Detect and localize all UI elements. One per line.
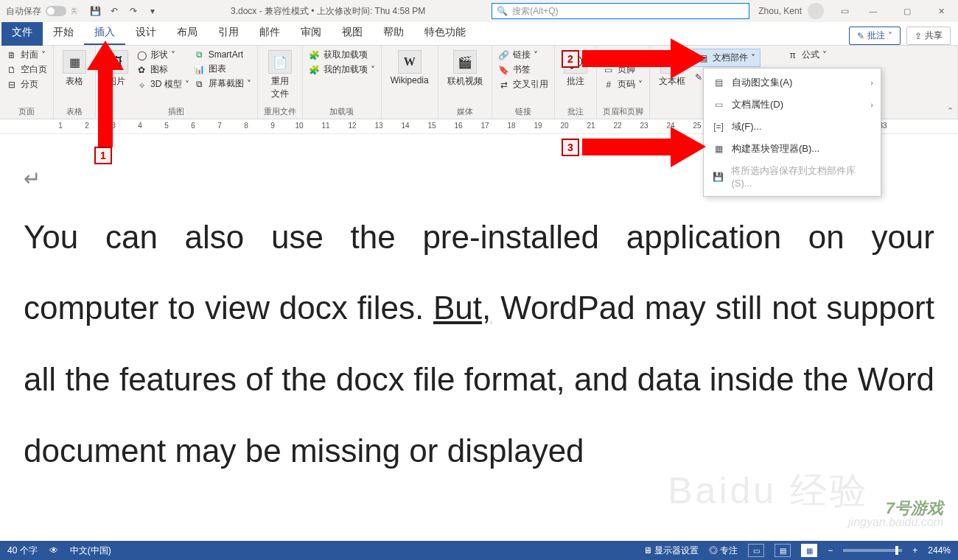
table-icon: ▦ (63, 50, 86, 74)
spellcheck-icon[interactable]: 👁 (49, 545, 58, 556)
user-account[interactable]: Zhou, Kent (749, 3, 833, 19)
wikipedia-icon: W (398, 50, 422, 74)
word-count[interactable]: 40 个字 (7, 545, 38, 557)
group-reuse: 📄重用 文件 重用文件 (258, 46, 303, 119)
menu-doc-property[interactable]: ▭文档属性(D)› (704, 94, 881, 116)
search-input[interactable]: 🔍 搜索(Alt+Q) (492, 3, 749, 19)
quickparts-button[interactable]: ▤文档部件 ˅ (693, 49, 761, 67)
status-bar: 40 个字 👁 中文(中国) 🖥 显示器设置 ◎ 专注 ▭ ▤ ▦ − + 24… (0, 541, 958, 560)
menu-building-blocks[interactable]: ▦构建基块管理器(B)... (704, 138, 881, 160)
quick-access-toolbar: 💾 ↶ ↷ ▾ (83, 5, 164, 17)
chevron-right-icon: › (870, 100, 873, 109)
qat-dropdown-icon[interactable]: ▾ (147, 5, 158, 17)
collapse-ribbon-icon[interactable]: ⌃ (947, 106, 954, 116)
quickparts-icon: ▤ (698, 52, 710, 64)
title-bar: 自动保存 关 💾 ↶ ↷ ▾ 3.docx - 兼容性模式 • 上次修改时间: … (0, 0, 958, 22)
blank-page-button[interactable]: 🗋空白页 (6, 63, 47, 76)
tab-help[interactable]: 帮助 (373, 21, 414, 45)
link-button[interactable]: 🔗链接 ˅ (498, 49, 548, 61)
view-read-button[interactable]: ▭ (748, 544, 764, 557)
view-web-button[interactable]: ▦ (801, 544, 817, 557)
tab-view[interactable]: 视图 (332, 21, 373, 45)
search-icon: 🔍 (497, 6, 508, 16)
tab-home[interactable]: 开始 (43, 21, 84, 45)
shapes-button[interactable]: ◯形状 ˅ (136, 49, 189, 61)
header-button[interactable]: ▭页眉 (603, 49, 643, 61)
bbmgr-icon: ▦ (713, 143, 724, 155)
display-settings[interactable]: 🖥 显示器设置 (643, 545, 699, 557)
tab-file[interactable]: 文件 (1, 21, 43, 46)
table-button[interactable]: ▦表格 (60, 49, 89, 89)
3dmodel-button[interactable]: ⟐3D 模型 ˅ (136, 78, 189, 91)
equation-button[interactable]: π公式 ˅ (787, 49, 827, 61)
autosave-toggle[interactable]: 自动保存 关 (0, 5, 83, 18)
watermark-game: 7号游戏 (886, 497, 943, 519)
group-media: 🎬联机视频 媒体 (438, 46, 492, 119)
language-status[interactable]: 中文(中国) (70, 545, 111, 557)
docprop-icon: ▭ (713, 99, 724, 111)
tab-design[interactable]: 设计 (125, 21, 167, 45)
menu-field[interactable]: [=]域(F)... (704, 116, 881, 138)
tab-review[interactable]: 审阅 (290, 21, 332, 45)
toggle-icon (46, 6, 66, 16)
group-pages: 🗎封面 ˅ 🗋空白页 ⊟分页 页面 (0, 46, 54, 119)
tab-references[interactable]: 引用 (208, 21, 249, 45)
callout-2: 2 (562, 50, 579, 68)
zoom-in-button[interactable]: + (912, 545, 917, 556)
undo-icon[interactable]: ↶ (108, 5, 120, 17)
tab-features[interactable]: 特色功能 (414, 21, 476, 45)
comments-button[interactable]: ✎ 批注 ˅ (849, 27, 901, 45)
group-header-footer: ▭页眉 ▭页脚 #页码 ˅ 页眉和页脚 (597, 46, 650, 119)
group-addins: 🧩获取加载项 🧩我的加载项 ˅ 加载项 (303, 46, 382, 119)
zoom-out-button[interactable]: − (828, 545, 833, 556)
chart-button[interactable]: 📊图表 (194, 63, 251, 75)
zoom-slider[interactable] (843, 549, 902, 552)
tab-mail[interactable]: 邮件 (249, 21, 290, 45)
reuse-files-button[interactable]: 📄重用 文件 (264, 49, 296, 102)
share-button[interactable]: ⇪ 共享 (906, 27, 951, 45)
focus-mode[interactable]: ◎ 专注 (709, 545, 738, 557)
watermark-baidu: Baidu 经验 (668, 466, 870, 516)
redo-icon[interactable]: ↷ (127, 5, 139, 17)
screenshot-button[interactable]: ⧉屏幕截图 ˅ (194, 77, 251, 90)
group-links: 🔗链接 ˅ 🔖书签 ⇄交叉引用 链接 (492, 46, 555, 119)
icons-button[interactable]: ✿图标 (136, 63, 189, 76)
callout-1: 1 (94, 147, 112, 164)
minimize-button[interactable]: — (856, 0, 890, 22)
document-paragraph: You can also use the pre-installed appli… (24, 202, 934, 487)
crossref-button[interactable]: ⇄交叉引用 (498, 78, 548, 91)
quickparts-menu: ▤自动图文集(A)› ▭文档属性(D)› [=]域(F)... ▦构建基块管理器… (703, 68, 881, 197)
wikipedia-button[interactable]: WWikipedia (388, 49, 432, 87)
save-icon[interactable]: 💾 (89, 5, 101, 17)
tab-insert[interactable]: 插入 (84, 21, 125, 45)
menu-autotext[interactable]: ▤自动图文集(A)› (704, 71, 881, 94)
view-print-button[interactable]: ▤ (775, 544, 791, 557)
avatar-icon (808, 3, 824, 19)
bookmark-button[interactable]: 🔖书签 (498, 63, 548, 76)
close-button[interactable]: ✕ (924, 0, 958, 22)
group-wikipedia: WWikipedia (382, 46, 438, 119)
group-illustrations: 🖼图片 ◯形状 ˅ ✿图标 ⟐3D 模型 ˅ ⧉SmartArt 📊图表 ⧉屏幕… (96, 46, 258, 119)
get-addins-button[interactable]: 🧩获取加载项 (309, 49, 375, 61)
tab-layout[interactable]: 布局 (167, 21, 208, 45)
save-selection-icon: 💾 (713, 171, 724, 183)
my-addins-button[interactable]: 🧩我的加载项 ˅ (309, 63, 375, 76)
textbox-icon: A (660, 50, 684, 74)
pictures-button[interactable]: 🖼图片 (102, 49, 131, 89)
chevron-right-icon: › (870, 78, 873, 87)
ribbon-tabs: 文件 开始 插入 设计 布局 引用 邮件 审阅 视图 帮助 特色功能 ✎ 批注 … (0, 22, 958, 46)
zoom-level[interactable]: 244% (928, 545, 951, 556)
smartart-button[interactable]: ⧉SmartArt (194, 49, 251, 60)
cover-page-button[interactable]: 🗎封面 ˅ (6, 49, 47, 61)
window-controls: — ▢ ✕ (856, 0, 958, 22)
reuse-icon: 📄 (268, 50, 292, 74)
textbox-button[interactable]: A文本框 (656, 49, 688, 89)
page-number-button[interactable]: #页码 ˅ (603, 78, 643, 91)
page-break-button[interactable]: ⊟分页 (6, 78, 47, 91)
ribbon-mode-icon[interactable]: ▭ (839, 5, 850, 17)
maximize-button[interactable]: ▢ (890, 0, 924, 22)
field-icon: [=] (713, 121, 724, 133)
video-icon: 🎬 (453, 50, 477, 74)
footer-button[interactable]: ▭页脚 (603, 63, 643, 76)
online-video-button[interactable]: 🎬联机视频 (444, 49, 486, 89)
